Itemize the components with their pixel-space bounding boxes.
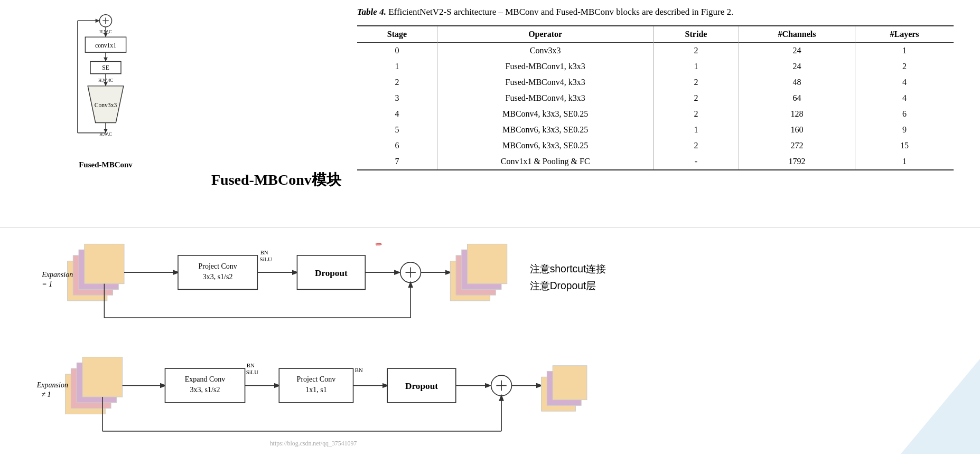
table-cell: 2 [654,138,739,154]
col-layers: #Layers [855,26,954,43]
col-stride: Stride [654,26,739,43]
table-cell: 4 [855,90,954,106]
table-cell: MBConv6, k3x3, SE0.25 [437,122,654,138]
table-cell: 1 [357,59,437,74]
svg-rect-47 [468,244,507,283]
table-cell: MBConv4, k3x3, SE0.25 [437,106,654,122]
svg-text:3x3, s1/s2: 3x3, s1/s2 [203,273,233,281]
svg-text:1x1, s1: 1x1, s1 [305,386,327,394]
svg-rect-57 [82,357,123,397]
table-cell: 0 [357,42,437,59]
col-stage: Stage [357,26,437,43]
table-cell: 15 [855,138,954,154]
table-cell: 5 [357,122,437,138]
svg-text:Expand Conv: Expand Conv [185,375,226,383]
table-header: Stage Operator Stride #Channels #Layers [357,26,954,43]
table-row: 6MBConv6, k3x3, SE0.25227215 [357,138,954,154]
table-caption: Table 4. EfficientNetV2-S architecture –… [357,5,954,19]
svg-rect-81 [553,366,587,400]
table-cell: 2 [654,74,739,90]
svg-text:Project Conv: Project Conv [297,375,337,383]
table-cell: MBConv6, k3x3, SE0.25 [437,138,654,154]
table-body: 0Conv3x322411Fused-MBConv1, k3x312422Fus… [357,42,954,170]
table-cell: Fused-MBConv4, k3x3 [437,74,654,90]
diagram-label: Fused-MBConv [79,160,133,169]
table-row: 5MBConv6, k3x3, SE0.2511609 [357,122,954,138]
top-section: H,W,C conv1x1 SE H,W,4C Conv3x3 H,W,C [0,0,980,227]
svg-text:注意shortcut连接: 注意shortcut连接 [530,263,606,274]
bottom-flow-diagram: Expansion ≠ 1 Expand Conv 3x3, s1/s2 BN … [5,346,975,454]
table-cell: 2 [855,59,954,74]
table-row: 3Fused-MBConv4, k3x32644 [357,90,954,106]
svg-text:https://blog.csdn.net/qq_37541: https://blog.csdn.net/qq_37541097 [270,440,357,447]
table-cell: 128 [739,106,855,122]
svg-text:Project Conv: Project Conv [199,262,237,270]
table-cell: 272 [739,138,855,154]
table-cell: 24 [739,42,855,59]
table-cell: 64 [739,90,855,106]
table-cell: 1 [855,42,954,59]
table-cell: Conv1x1 & Pooling & FC [437,154,654,170]
svg-text:注意Dropout层: 注意Dropout层 [530,280,596,291]
svg-text:Dropout: Dropout [405,381,438,391]
table-cell: 7 [357,154,437,170]
table-cell: Fused-MBConv4, k3x3 [437,90,654,106]
svg-text:SE: SE [102,64,109,71]
architecture-table: Stage Operator Stride #Channels #Layers … [357,25,954,170]
table-cell: 1792 [739,154,855,170]
table-cell: 4 [855,74,954,90]
svg-marker-9 [104,58,108,62]
table-cell: - [654,154,739,170]
table-cell: 1 [654,122,739,138]
fused-mbconv-diagram: H,W,C conv1x1 SE H,W,4C Conv3x3 H,W,C [58,11,153,158]
table-cell: 2 [357,74,437,90]
table-cell: 3 [357,90,437,106]
svg-text:BN: BN [247,362,255,368]
fused-title: Fused-MBConv模块 [211,170,341,190]
table-row: 4MBConv4, k3x3, SE0.2521286 [357,106,954,122]
table-row: 0Conv3x32241 [357,42,954,59]
svg-text:Conv3x3: Conv3x3 [95,102,117,109]
col-channels: #Channels [739,26,855,43]
svg-rect-27 [85,244,124,283]
table-row: 2Fused-MBConv4, k3x32484 [357,74,954,90]
table-cell: 9 [855,122,954,138]
svg-text:conv1x1: conv1x1 [95,42,116,49]
svg-text:≠ 1: ≠ 1 [41,391,51,398]
table-row: 1Fused-MBConv1, k3x31242 [357,59,954,74]
svg-marker-14 [104,82,108,86]
svg-text:= 1: = 1 [42,280,52,288]
svg-text:3x3, s1/s2: 3x3, s1/s2 [190,386,220,394]
table-cell: 24 [739,59,855,74]
svg-text:BN: BN [355,367,363,373]
col-operator: Operator [437,26,654,43]
table-cell: Fused-MBConv1, k3x3 [437,59,654,74]
svg-text:BN: BN [260,249,268,255]
table-cell: 2 [654,90,739,106]
table-cell: 160 [739,122,855,138]
left-diagram: H,W,C conv1x1 SE H,W,4C Conv3x3 H,W,C [11,5,201,222]
svg-marker-86 [901,359,980,454]
table-cell: 1 [654,59,739,74]
table-section: Table 4. EfficientNetV2-S architecture –… [341,5,969,222]
svg-text:Expansion: Expansion [36,381,68,389]
table-cell: 1 [855,154,954,170]
svg-marker-23 [96,18,100,23]
table-row: 7Conv1x1 & Pooling & FC-17921 [357,154,954,170]
bottom-flow-section: Expansion ≠ 1 Expand Conv 3x3, s1/s2 BN … [0,340,980,454]
table-cell: Conv3x3 [437,42,654,59]
table-cell: 2 [654,42,739,59]
middle-flow-section: Expansion = 1 Project Conv 3x3, s1/s2 BN… [0,227,980,340]
svg-text:SiLU: SiLU [260,256,272,262]
svg-text:Dropout: Dropout [315,268,348,278]
table-cell: 6 [855,106,954,122]
svg-text:SiLU: SiLU [246,369,259,375]
svg-marker-5 [104,33,108,37]
svg-text:Expansion: Expansion [41,271,73,279]
table-cell: 6 [357,138,437,154]
table-cell: 48 [739,74,855,90]
middle-flow-diagram: Expansion = 1 Project Conv 3x3, s1/s2 BN… [5,233,975,340]
decorative-triangle [874,359,980,454]
table-cell: 4 [357,106,437,122]
svg-text:✏: ✏ [376,240,382,249]
